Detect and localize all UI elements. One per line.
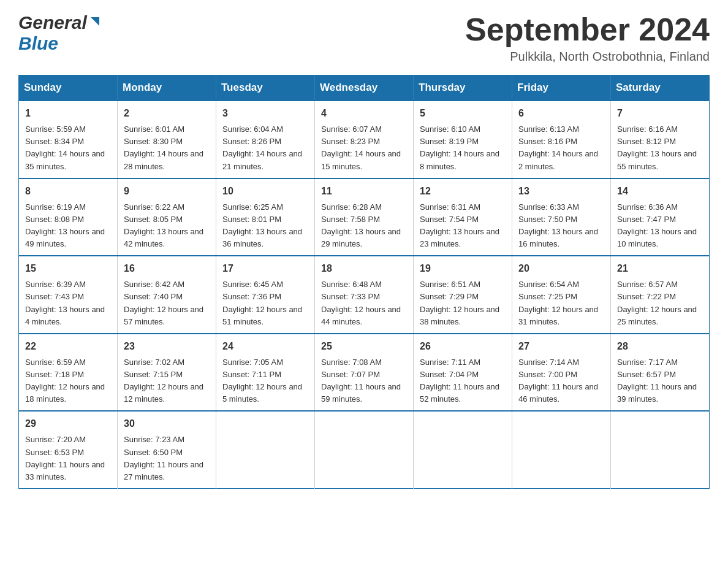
day-cell: 11 Sunrise: 6:28 AMSunset: 7:58 PMDaylig…: [315, 178, 414, 256]
day-number: 10: [222, 184, 308, 199]
day-info: Sunrise: 7:14 AMSunset: 7:00 PMDaylight:…: [518, 356, 604, 406]
day-info: Sunrise: 6:48 AMSunset: 7:33 PMDaylight:…: [321, 278, 407, 328]
day-number: 9: [124, 184, 210, 199]
day-cell: 16 Sunrise: 6:42 AMSunset: 7:40 PMDaylig…: [118, 256, 216, 334]
day-of-week-monday: Monday: [118, 75, 216, 101]
day-of-week-saturday: Saturday: [611, 75, 710, 101]
location: Pulkkila, North Ostrobothnia, Finland: [465, 50, 710, 64]
day-cell: 24 Sunrise: 7:05 AMSunset: 7:11 PMDaylig…: [216, 334, 315, 412]
day-number: 26: [420, 339, 506, 354]
calendar-body: 1 Sunrise: 5:59 AMSunset: 8:34 PMDayligh…: [19, 101, 710, 488]
day-cell: 29 Sunrise: 7:20 AMSunset: 6:53 PMDaylig…: [19, 411, 118, 488]
day-number: 3: [222, 106, 308, 121]
day-info: Sunrise: 6:57 AMSunset: 7:22 PMDaylight:…: [617, 278, 703, 328]
calendar-header: SundayMondayTuesdayWednesdayThursdayFrid…: [19, 75, 710, 101]
day-cell: 25 Sunrise: 7:08 AMSunset: 7:07 PMDaylig…: [315, 334, 414, 412]
day-cell: 28 Sunrise: 7:17 AMSunset: 6:57 PMDaylig…: [611, 334, 710, 412]
day-number: 11: [321, 184, 407, 199]
logo-general: General: [18, 12, 87, 33]
day-number: 18: [321, 261, 407, 276]
calendar-table: SundayMondayTuesdayWednesdayThursdayFrid…: [18, 75, 710, 489]
day-cell: 26 Sunrise: 7:11 AMSunset: 7:04 PMDaylig…: [414, 334, 512, 412]
week-row-1: 1 Sunrise: 5:59 AMSunset: 8:34 PMDayligh…: [19, 101, 710, 178]
day-info: Sunrise: 6:04 AMSunset: 8:26 PMDaylight:…: [222, 123, 308, 173]
day-cell: 19 Sunrise: 6:51 AMSunset: 7:29 PMDaylig…: [414, 256, 512, 334]
day-cell: 20 Sunrise: 6:54 AMSunset: 7:25 PMDaylig…: [512, 256, 611, 334]
day-number: 2: [124, 106, 210, 121]
day-info: Sunrise: 6:22 AMSunset: 8:05 PMDaylight:…: [124, 201, 210, 251]
day-cell: 22 Sunrise: 6:59 AMSunset: 7:18 PMDaylig…: [19, 334, 118, 412]
day-cell: 7 Sunrise: 6:16 AMSunset: 8:12 PMDayligh…: [611, 101, 710, 178]
day-number: 25: [321, 339, 407, 354]
day-cell: 21 Sunrise: 6:57 AMSunset: 7:22 PMDaylig…: [611, 256, 710, 334]
title-block: September 2024 Pulkkila, North Ostroboth…: [465, 12, 710, 64]
day-cell: [414, 411, 512, 488]
day-number: 6: [518, 106, 604, 121]
logo: General Blue: [18, 12, 102, 54]
day-of-week-tuesday: Tuesday: [216, 75, 315, 101]
day-cell: 3 Sunrise: 6:04 AMSunset: 8:26 PMDayligh…: [216, 101, 315, 178]
month-title: September 2024: [465, 12, 710, 47]
week-row-2: 8 Sunrise: 6:19 AMSunset: 8:08 PMDayligh…: [19, 178, 710, 256]
svg-marker-0: [91, 17, 99, 26]
day-number: 21: [617, 261, 703, 276]
day-number: 16: [124, 261, 210, 276]
day-number: 22: [25, 339, 111, 354]
day-info: Sunrise: 7:11 AMSunset: 7:04 PMDaylight:…: [420, 356, 506, 406]
day-cell: 17 Sunrise: 6:45 AMSunset: 7:36 PMDaylig…: [216, 256, 315, 334]
day-number: 13: [518, 184, 604, 199]
day-number: 15: [25, 261, 111, 276]
day-info: Sunrise: 6:31 AMSunset: 7:54 PMDaylight:…: [420, 201, 506, 251]
day-cell: 12 Sunrise: 6:31 AMSunset: 7:54 PMDaylig…: [414, 178, 512, 256]
day-number: 8: [25, 184, 111, 199]
day-info: Sunrise: 6:33 AMSunset: 7:50 PMDaylight:…: [518, 201, 604, 251]
day-cell: [315, 411, 414, 488]
day-cell: 10 Sunrise: 6:25 AMSunset: 8:01 PMDaylig…: [216, 178, 315, 256]
day-cell: 5 Sunrise: 6:10 AMSunset: 8:19 PMDayligh…: [414, 101, 512, 178]
day-cell: 8 Sunrise: 6:19 AMSunset: 8:08 PMDayligh…: [19, 178, 118, 256]
day-cell: 9 Sunrise: 6:22 AMSunset: 8:05 PMDayligh…: [118, 178, 216, 256]
day-number: 1: [25, 106, 111, 121]
day-number: 19: [420, 261, 506, 276]
day-number: 23: [124, 339, 210, 354]
day-number: 5: [420, 106, 506, 121]
day-info: Sunrise: 6:45 AMSunset: 7:36 PMDaylight:…: [222, 278, 308, 328]
day-info: Sunrise: 5:59 AMSunset: 8:34 PMDaylight:…: [25, 123, 111, 173]
day-info: Sunrise: 6:13 AMSunset: 8:16 PMDaylight:…: [518, 123, 604, 173]
logo-triangle-icon: [88, 15, 102, 31]
day-number: 28: [617, 339, 703, 354]
day-cell: 6 Sunrise: 6:13 AMSunset: 8:16 PMDayligh…: [512, 101, 611, 178]
day-info: Sunrise: 6:19 AMSunset: 8:08 PMDaylight:…: [25, 201, 111, 251]
day-number: 24: [222, 339, 308, 354]
day-info: Sunrise: 6:59 AMSunset: 7:18 PMDaylight:…: [25, 356, 111, 406]
day-info: Sunrise: 7:02 AMSunset: 7:15 PMDaylight:…: [124, 356, 210, 406]
day-cell: 23 Sunrise: 7:02 AMSunset: 7:15 PMDaylig…: [118, 334, 216, 412]
day-cell: 4 Sunrise: 6:07 AMSunset: 8:23 PMDayligh…: [315, 101, 414, 178]
day-cell: 27 Sunrise: 7:14 AMSunset: 7:00 PMDaylig…: [512, 334, 611, 412]
day-number: 17: [222, 261, 308, 276]
day-cell: 30 Sunrise: 7:23 AMSunset: 6:50 PMDaylig…: [118, 411, 216, 488]
day-info: Sunrise: 6:25 AMSunset: 8:01 PMDaylight:…: [222, 201, 308, 251]
day-cell: [611, 411, 710, 488]
day-of-week-wednesday: Wednesday: [315, 75, 414, 101]
day-number: 27: [518, 339, 604, 354]
day-of-week-friday: Friday: [512, 75, 611, 101]
day-info: Sunrise: 7:20 AMSunset: 6:53 PMDaylight:…: [25, 434, 111, 483]
day-cell: [512, 411, 611, 488]
day-number: 30: [124, 416, 210, 431]
day-cell: 13 Sunrise: 6:33 AMSunset: 7:50 PMDaylig…: [512, 178, 611, 256]
day-cell: 14 Sunrise: 6:36 AMSunset: 7:47 PMDaylig…: [611, 178, 710, 256]
day-cell: 18 Sunrise: 6:48 AMSunset: 7:33 PMDaylig…: [315, 256, 414, 334]
day-number: 4: [321, 106, 407, 121]
week-row-3: 15 Sunrise: 6:39 AMSunset: 7:43 PMDaylig…: [19, 256, 710, 334]
day-number: 12: [420, 184, 506, 199]
day-info: Sunrise: 6:36 AMSunset: 7:47 PMDaylight:…: [617, 201, 703, 251]
page-header: General Blue September 2024 Pulkkila, No…: [18, 12, 710, 64]
day-info: Sunrise: 7:23 AMSunset: 6:50 PMDaylight:…: [124, 434, 210, 483]
day-info: Sunrise: 6:54 AMSunset: 7:25 PMDaylight:…: [518, 278, 604, 328]
day-of-week-sunday: Sunday: [19, 75, 118, 101]
logo-blue: Blue: [18, 33, 58, 53]
day-info: Sunrise: 6:51 AMSunset: 7:29 PMDaylight:…: [420, 278, 506, 328]
day-number: 29: [25, 416, 111, 431]
day-cell: [216, 411, 315, 488]
